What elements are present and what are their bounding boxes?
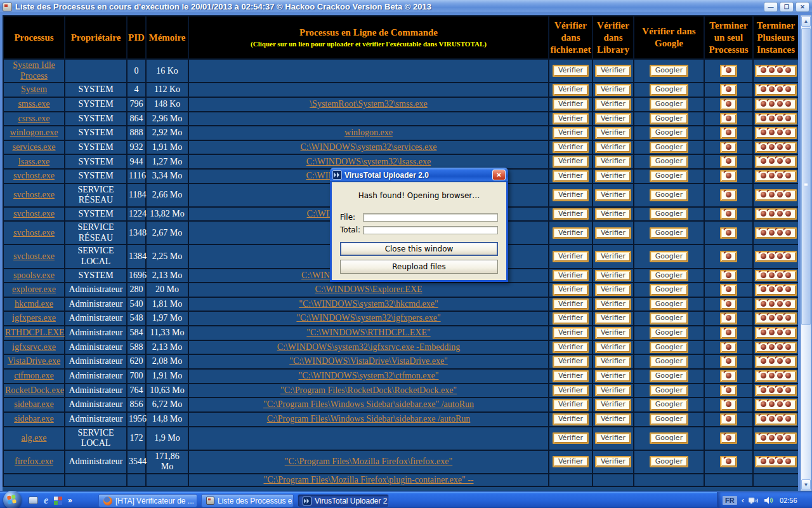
kill-process-button[interactable] [720, 251, 737, 263]
verify-fichier-button[interactable]: Vérifier [553, 356, 589, 368]
verify-library-button[interactable]: Vérifier [595, 327, 631, 339]
taskbar-task-process-list[interactable]: Liste des Processus e... [201, 494, 294, 507]
kill-instances-button[interactable] [755, 142, 797, 154]
kill-instances-button[interactable] [755, 370, 797, 382]
verify-library-button[interactable]: Vérifier [595, 385, 631, 397]
googler-button[interactable]: Googler [650, 127, 688, 139]
verify-library-button[interactable]: Vérifier [595, 156, 631, 168]
googler-button[interactable]: Googler [650, 270, 688, 282]
verify-fichier-button[interactable]: Vérifier [553, 413, 589, 425]
process-link[interactable]: ctfmon.exe [14, 371, 54, 380]
kill-process-button[interactable] [720, 127, 737, 139]
kill-instances-button[interactable] [755, 399, 797, 411]
network-icon[interactable] [749, 496, 759, 505]
kill-instances-button[interactable] [755, 227, 797, 239]
googler-button[interactable]: Googler [650, 208, 688, 220]
googler-button[interactable]: Googler [650, 227, 688, 239]
googler-button[interactable]: Googler [650, 356, 688, 368]
quick-launch-overflow-chevron[interactable]: » [68, 496, 72, 505]
googler-button[interactable]: Googler [650, 370, 688, 382]
process-link[interactable]: svchost.exe [13, 228, 55, 237]
commandline-link[interactable]: C:\WINDOWS\system32\services.exe [300, 142, 436, 152]
kill-process-button[interactable] [720, 413, 737, 425]
kill-process-button[interactable] [720, 456, 737, 468]
verify-library-button[interactable]: Vérifier [595, 227, 631, 239]
verify-fichier-button[interactable]: Vérifier [553, 142, 589, 154]
restore-button[interactable]: ❐ [780, 2, 794, 12]
kill-process-button[interactable] [720, 208, 737, 220]
kill-process-button[interactable] [720, 399, 737, 411]
kill-process-button[interactable] [720, 432, 737, 444]
kill-instances-button[interactable] [755, 342, 797, 354]
googler-button[interactable]: Googler [650, 98, 688, 110]
scroll-down-icon[interactable]: ▼ [801, 479, 811, 490]
kill-process-button[interactable] [720, 113, 737, 125]
kill-process-button[interactable] [720, 270, 737, 282]
verify-library-button[interactable]: Vérifier [595, 98, 631, 110]
verify-fichier-button[interactable]: Vérifier [553, 327, 589, 339]
kill-process-button[interactable] [720, 65, 737, 77]
kill-instances-button[interactable] [755, 113, 797, 125]
verify-library-button[interactable]: Vérifier [595, 65, 631, 77]
verify-fichier-button[interactable]: Vérifier [553, 156, 589, 168]
process-link[interactable]: alg.exe [21, 433, 46, 443]
process-link[interactable]: svchost.exe [13, 171, 55, 180]
verify-library-button[interactable]: Vérifier [595, 370, 631, 382]
verify-library-button[interactable]: Vérifier [595, 84, 631, 96]
commandline-link[interactable]: "C:\WINDOWS\system32\igfxpers.exe" [296, 313, 440, 323]
start-button[interactable] [3, 491, 22, 508]
process-link[interactable]: svchost.exe [13, 209, 55, 218]
verify-library-button[interactable]: Vérifier [595, 356, 631, 368]
verify-library-button[interactable]: Vérifier [595, 312, 631, 324]
verify-fichier-button[interactable]: Vérifier [553, 127, 589, 139]
kill-instances-button[interactable] [755, 127, 797, 139]
kill-instances-button[interactable] [755, 456, 797, 468]
verify-fichier-button[interactable]: Vérifier [553, 399, 589, 411]
process-link[interactable]: igfxsrvc.exe [12, 342, 56, 352]
commandline-link[interactable]: \SystemRoot\System32\smss.exe [310, 99, 428, 109]
commandline-link[interactable]: "C:\WINDOWS\RTHDCPL.EXE" [306, 328, 430, 337]
verify-library-button[interactable]: Vérifier [595, 456, 631, 468]
commandline-link[interactable]: C:\Program Files\Windows Sidebar\sidebar… [267, 414, 471, 424]
googler-button[interactable]: Googler [650, 298, 688, 311]
verify-fichier-button[interactable]: Vérifier [553, 208, 589, 220]
kill-instances-button[interactable] [755, 170, 797, 182]
kill-instances-button[interactable] [755, 189, 797, 201]
verify-library-button[interactable]: Vérifier [595, 113, 631, 125]
verify-library-button[interactable]: Vérifier [595, 432, 631, 444]
verify-fichier-button[interactable]: Vérifier [553, 84, 589, 96]
kill-instances-button[interactable] [755, 251, 797, 263]
kill-instances-button[interactable] [755, 270, 797, 282]
minimize-button[interactable]: — [764, 2, 778, 12]
process-link[interactable]: sidebar.exe [14, 414, 54, 424]
verify-fichier-button[interactable]: Vérifier [553, 432, 589, 444]
kill-instances-button[interactable] [755, 327, 797, 339]
kill-process-button[interactable] [720, 189, 737, 201]
process-link[interactable]: csrss.exe [18, 114, 49, 123]
googler-button[interactable]: Googler [650, 65, 688, 77]
close-button[interactable]: ✕ [796, 2, 809, 12]
verify-library-button[interactable]: Vérifier [595, 399, 631, 411]
commandline-link[interactable]: "C:\Program Files\Windows Sidebar\sideba… [263, 399, 474, 409]
verify-library-button[interactable]: Vérifier [595, 413, 631, 425]
kill-process-button[interactable] [720, 356, 737, 368]
googler-button[interactable]: Googler [650, 156, 688, 168]
googler-button[interactable]: Googler [650, 342, 688, 354]
taskbar-task-hta[interactable]: [HTA] Vérificateur de ... [98, 494, 197, 507]
taskbar-task-virustotal[interactable]: VirusTotal Uploader 2.0 [298, 494, 389, 507]
process-link[interactable]: VistaDrive.exe [8, 356, 61, 366]
verify-library-button[interactable]: Vérifier [595, 208, 631, 220]
language-indicator[interactable]: FR [723, 496, 737, 505]
verify-fichier-button[interactable]: Vérifier [553, 98, 589, 110]
kill-process-button[interactable] [720, 370, 737, 382]
kill-instances-button[interactable] [755, 312, 797, 324]
verify-library-button[interactable]: Vérifier [595, 270, 631, 282]
commandline-link[interactable]: "C:\Program Files\RocketDock\RocketDock.… [280, 385, 457, 395]
vertical-scrollbar[interactable]: ▲ ▼ [801, 15, 811, 491]
verify-fichier-button[interactable]: Vérifier [553, 342, 589, 354]
googler-button[interactable]: Googler [650, 189, 688, 201]
verify-fichier-button[interactable]: Vérifier [553, 227, 589, 239]
close-window-button[interactable]: Close this window [340, 242, 498, 256]
googler-button[interactable]: Googler [650, 170, 688, 182]
kill-process-button[interactable] [720, 327, 737, 339]
